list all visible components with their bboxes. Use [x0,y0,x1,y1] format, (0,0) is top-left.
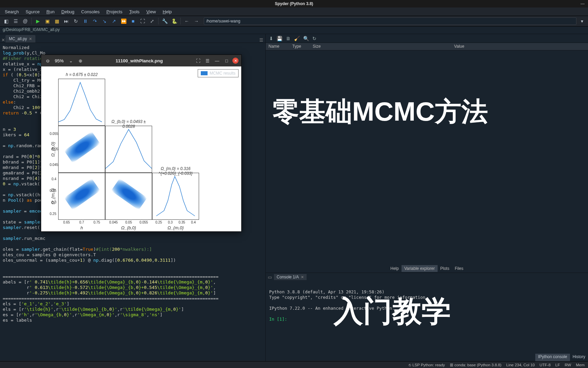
close-panel-icon[interactable]: ✕ [0,37,4,43]
window-titlebar: Spyder (Python 3.8) — [0,0,588,7]
status-encoding[interactable]: UTF-8 [539,363,551,367]
run-cell-icon[interactable]: ▣ [43,17,51,25]
status-cursor: Line 234, Col 10 [506,363,535,367]
console-menu-icon[interactable]: ▭ [268,275,272,280]
main-toolbar: ◧ ☰ @ ▶ ▣ ▦ ⏭ ↻ ⏸ ↷ ↘ ↗ ⏩ ■ ⛶ ⤢ 🔧 🐍 ← → … [0,16,588,27]
right-pane-tabs: Help Variable explorer Plots Files [266,264,588,273]
close-tab-icon[interactable]: ✕ [29,37,32,41]
run-selection-icon[interactable]: ⏭ [62,17,70,25]
corner-plot-panel: Ω_{b,0} = 0.0493 ± 0.0028 [105,126,152,173]
chart-legend: MCMC results [198,69,239,77]
viewer-action1-icon[interactable]: ⛶ [194,57,202,64]
menu-run[interactable]: Run [44,9,57,15]
debug-icon[interactable]: ⏸ [81,17,89,25]
preferences-icon[interactable]: 🔧 [161,17,169,25]
import-icon[interactable]: ⬇ [269,36,273,41]
step-over-icon[interactable]: ↷ [91,17,99,25]
run-cell-advance-icon[interactable]: ▦ [53,17,61,25]
tab-history[interactable]: History [570,354,588,361]
menu-search[interactable]: Search [2,9,21,15]
search-var-icon[interactable]: 🔍 [303,36,309,41]
python-path-icon[interactable]: 🐍 [170,17,178,25]
corner-plot-panel [152,79,199,126]
menu-tools[interactable]: Tools [127,9,142,15]
restart-icon[interactable]: ↻ [72,17,80,25]
corner-plot-panel: Ω_{m,0} = 0.316 ^{+0.026}_{-0.033}0.250.… [152,173,199,220]
zoom-dropdown-icon[interactable]: ⌄ [67,57,75,64]
continue-icon[interactable]: ⏩ [119,17,128,25]
console-tab[interactable]: Console 1/A ✕ [274,274,307,280]
list-icon[interactable]: ☰ [12,17,20,25]
overlay-headline: 零基础MCMC方法 [273,94,488,130]
step-into-icon[interactable]: ↘ [100,17,109,25]
window-minimize-icon[interactable]: — [581,1,585,6]
menu-projects[interactable]: Projects [104,9,125,15]
tab-variable-explorer[interactable]: Variable explorer [402,265,438,272]
header-name[interactable]: Name [266,43,290,50]
forward-icon[interactable]: → [192,17,200,25]
viewer-menu-icon[interactable]: ☰ [204,57,211,64]
viewer-maximize-icon[interactable]: □ [223,57,230,64]
working-dir-input[interactable] [204,17,576,25]
header-size[interactable]: Size [310,43,330,50]
dropdown-icon[interactable]: ▾ [578,17,586,25]
run-icon[interactable]: ▶ [34,17,42,25]
tab-ipython-console[interactable]: IPython console [535,354,570,361]
status-rw: RW [565,363,571,367]
status-lsp: ⎋LSP Python: ready [409,363,445,367]
corner-plot-panel: 0.0450.050.055 [105,173,152,220]
zoom-in-icon[interactable]: ⊕ [77,57,84,64]
menu-debug[interactable]: Debug [59,9,77,15]
editor-tab[interactable]: MC_all.py ✕ [5,35,35,43]
viewer-titlebar[interactable]: ⊖ 95% ⌄ ⊕ 11100_withPlanck.png ⛶ ☰ — □ ✕ [41,55,241,66]
viewer-filename: 11100_withPlanck.png [86,58,192,63]
viewer-image: MCMC results h = 0.675 ± 0.022Ω_{b,0}0.0… [41,66,241,231]
step-out-icon[interactable]: ↗ [110,17,118,25]
variable-explorer-header: Name Type Size Value [266,43,588,50]
corner-plot-panel: 0.0550.050.045 [58,126,105,173]
menu-view[interactable]: View [144,9,159,15]
tab-help[interactable]: Help [388,265,402,272]
corner-plot-panel: 0.40.350.30.250.650.70.75 [58,173,105,220]
menu-help[interactable]: Help [160,9,175,15]
back-icon[interactable]: ← [183,17,191,25]
image-viewer-window[interactable]: ⊖ 95% ⌄ ⊕ 11100_withPlanck.png ⛶ ☰ — □ ✕… [41,55,242,232]
status-bar: ⎋LSP Python: ready ⊞conda: base (Python … [0,361,588,368]
refresh-icon[interactable]: ↻ [312,36,316,41]
console-body[interactable]: Python 3.8.8 (default, Apr 13 2021, 19:5… [266,281,588,354]
stop-icon[interactable]: ■ [129,17,137,25]
close-console-icon[interactable]: ✕ [301,275,304,279]
viewer-close-icon[interactable]: ✕ [232,58,239,64]
tab-menu-icon[interactable]: ☰ [257,37,265,43]
clear-icon[interactable]: 🧹 [294,36,300,41]
status-conda[interactable]: ⊞conda: base (Python 3.8.8) [450,363,502,367]
maximize-icon[interactable]: ⛶ [138,17,147,25]
corner-plot-panel [105,79,152,126]
variable-explorer-body: 零基础MCMC方法 [266,50,588,264]
fullscreen-icon[interactable]: ⤢ [148,17,156,25]
menu-consoles[interactable]: Consoles [79,9,102,15]
spyder-icon[interactable]: ◧ [2,17,10,25]
tab-plots[interactable]: Plots [438,265,452,272]
status-eol[interactable]: LF [555,363,560,367]
save-icon[interactable]: 💾 [277,36,282,41]
main-menubar: Search Source Run Debug Consoles Project… [0,7,588,16]
header-value[interactable]: Value [330,43,588,50]
zoom-out-icon[interactable]: ⊖ [44,57,51,64]
legend-swatch [201,71,208,75]
viewer-minimize-icon[interactable]: — [213,57,221,64]
corner-plot-panel [152,126,199,173]
variable-explorer-toolbar: ⬇ 💾 🗎 🧹 🔍 ↻ [266,34,588,43]
menu-source[interactable]: Source [23,9,42,15]
at-icon[interactable]: @ [21,17,29,25]
tab-label: MC_all.py [9,36,27,41]
console-tab-label: Console 1/A [277,275,299,279]
save-as-icon[interactable]: 🗎 [286,36,291,41]
overlay-subhead: 入门教学 [334,308,451,314]
window-title: Spyder (Python 3.8) [275,1,313,6]
file-path-bar: g/Desktop/FRB_IGM/MC_all.py [0,27,588,34]
tab-files[interactable]: Files [452,265,466,272]
console-pane: ▭ Console 1/A ✕ Python 3.8.8 (default, A… [266,273,588,361]
header-type[interactable]: Type [290,43,310,50]
zoom-level: 95% [53,58,65,63]
